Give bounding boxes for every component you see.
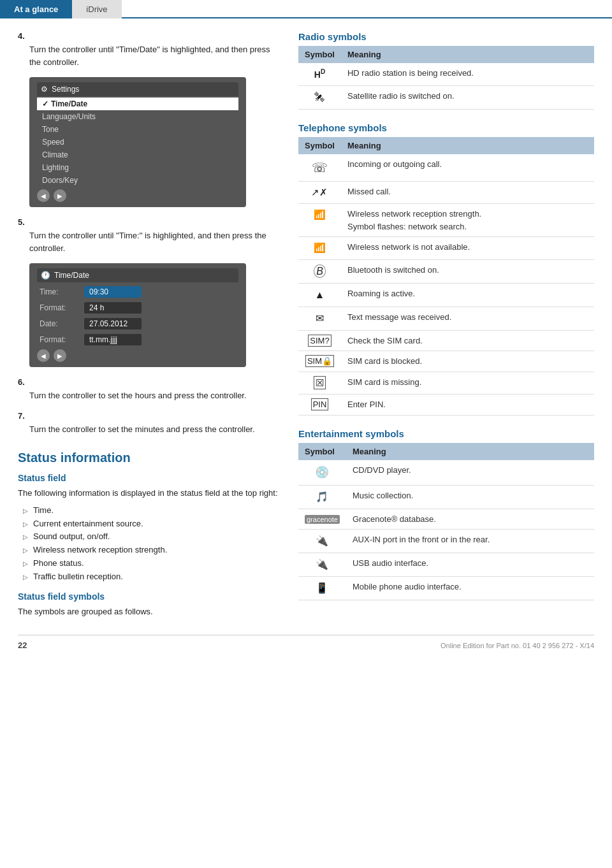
table-row: 💿 CD/DVD player. xyxy=(298,460,594,486)
radio-meaning-hd: HD radio station is being received. xyxy=(341,63,594,85)
table-row: 📶 Wireless network is not available. xyxy=(298,237,594,260)
menu-item-doors: Doors/Key xyxy=(37,174,238,187)
table-row: 🔌 USB audio interface. xyxy=(298,553,594,577)
status-field-bullets: Time. Current entertainment source. Soun… xyxy=(23,504,279,584)
table-row: ↗✗ Missed call. xyxy=(298,181,594,204)
ent-meaning-cd: CD/DVD player. xyxy=(346,460,594,486)
timedate-row-format1: Format: 24 h xyxy=(37,301,238,315)
tel-meaning-call: Incoming or outgoing call. xyxy=(341,154,594,182)
bullet-sound: Sound output, on/off. xyxy=(23,530,279,544)
timedate-label-format1: Format: xyxy=(40,303,84,312)
entertainment-symbols-table: Symbol Meaning 💿 CD/DVD player. 🎵 xyxy=(298,443,594,601)
tel-symbol-sim-blocked: SIM🔒 xyxy=(298,351,341,372)
tel-symbol-pin: PIN xyxy=(298,394,341,416)
timedate-value-time: 09:30 xyxy=(84,286,142,298)
bullet-traffic: Traffic bulletin reception. xyxy=(23,570,279,584)
bullet-entertainment: Current entertainment source. xyxy=(23,517,279,531)
menu-item-timedate-selected: ✓ Time/Date xyxy=(37,98,238,110)
tel-symbol-signal: 📶 xyxy=(298,204,341,237)
menu-item-lighting: Lighting xyxy=(37,161,238,174)
step-7-number: 7. xyxy=(18,411,279,421)
ent-meaning-gracenote: Gracenote® database. xyxy=(346,509,594,530)
tel-meaning-roam: Roaming is active. xyxy=(341,283,594,307)
screen-nav-arrows: ◀ ▶ xyxy=(37,189,238,202)
table-row: 🔌 AUX-IN port in the front or in the rea… xyxy=(298,530,594,553)
ent-col-symbol: Symbol xyxy=(298,443,346,460)
step-7-text: Turn the controller to set the minutes a… xyxy=(29,423,279,436)
tel-meaning-missed: Missed call. xyxy=(341,181,594,204)
tel-symbol-no-signal: 📶 xyxy=(298,237,341,260)
radio-symbol-hd: HD xyxy=(298,63,341,85)
radio-meaning-sat: Satellite radio is switched on. xyxy=(341,85,594,109)
step-7: 7. Turn the controller to set the minute… xyxy=(18,411,279,436)
menu-item-speed: Speed xyxy=(37,136,238,148)
timedate-screen-nav: ◀ ▶ xyxy=(37,349,238,362)
page-number: 22 xyxy=(18,640,27,650)
step-4-text: Turn the controller until "Time/Date" is… xyxy=(29,43,279,68)
table-row: 📱 Mobile phone audio interface. xyxy=(298,577,594,600)
step-5-text: Turn the controller until "Time:" is hig… xyxy=(29,229,279,254)
tel-symbol-bt: B xyxy=(298,259,341,283)
tel-meaning-sms: Text message was received. xyxy=(341,307,594,330)
table-row: ☏ Incoming or outgoing call. xyxy=(298,154,594,182)
timedate-nav-right: ▶ xyxy=(54,349,66,362)
ent-symbol-usb: 🔌 xyxy=(298,553,346,577)
entertainment-symbols-heading: Entertainment symbols xyxy=(298,428,594,439)
radio-col-symbol: Symbol xyxy=(298,46,341,63)
settings-screen-mockup: ⚙ Settings ✓ Time/Date Language/Units To… xyxy=(29,77,246,207)
status-field-symbols-subheading: Status field symbols xyxy=(18,591,279,602)
menu-item-tone: Tone xyxy=(37,123,238,136)
tab-divider xyxy=(122,17,612,18)
telephone-symbols-heading: Telephone symbols xyxy=(298,122,594,133)
step-4: 4. Turn the controller until "Time/Date"… xyxy=(18,31,279,68)
timedate-row-time: Time: 09:30 xyxy=(37,285,238,299)
ent-symbol-mobile: 📱 xyxy=(298,577,346,600)
settings-screen-title: ⚙ Settings xyxy=(37,82,238,96)
tel-col-symbol: Symbol xyxy=(298,137,341,154)
tel-meaning-no-signal: Wireless network is not available. xyxy=(341,237,594,260)
table-row: SIM? Check the SIM card. xyxy=(298,330,594,351)
tel-meaning-bt: Bluetooth is switched on. xyxy=(341,259,594,283)
step-5-number: 5. xyxy=(18,217,279,227)
ent-symbol-music: 🎵 xyxy=(298,485,346,509)
tab-at-a-glance[interactable]: At a glance xyxy=(0,0,72,18)
ent-meaning-aux: AUX-IN port in the front or in the rear. xyxy=(346,530,594,553)
table-row: 📶 Wireless network reception strength.Sy… xyxy=(298,204,594,237)
tel-symbol-sim-missing: ☒ xyxy=(298,372,341,394)
table-row: ☒ SIM card is missing. xyxy=(298,372,594,394)
timedate-icon: 🕐 xyxy=(41,271,50,280)
tab-idrive[interactable]: iDrive xyxy=(72,0,121,18)
tel-symbol-call: ☏ xyxy=(298,154,341,182)
timedate-value-format2: tt.mm.jjjj xyxy=(84,334,142,345)
radio-col-meaning: Meaning xyxy=(341,46,594,63)
bullet-phone: Phone status. xyxy=(23,557,279,570)
tel-meaning-sim-blocked: SIM card is blocked. xyxy=(341,351,594,372)
timedate-row-format2: Format: tt.mm.jjjj xyxy=(37,333,238,347)
status-field-symbols-body: The symbols are grouped as follows. xyxy=(18,605,279,619)
right-column: Radio symbols Symbol Meaning HD HD radio… xyxy=(298,31,594,622)
timedate-label-time: Time: xyxy=(40,287,84,296)
table-row: 🛰 Satellite radio is switched on. xyxy=(298,85,594,109)
timedate-value-date: 27.05.2012 xyxy=(84,318,142,329)
tel-symbol-sim-check: SIM? xyxy=(298,330,341,351)
table-row: 🎵 Music collection. xyxy=(298,485,594,509)
bullet-time: Time. xyxy=(23,504,279,517)
step-4-number: 4. xyxy=(18,31,279,41)
step-6: 6. Turn the controller to set the hours … xyxy=(18,377,279,402)
ent-symbol-gracenote: gracenote xyxy=(298,509,346,530)
tel-symbol-missed: ↗✗ xyxy=(298,181,341,204)
table-row: SIM🔒 SIM card is blocked. xyxy=(298,351,594,372)
tel-meaning-pin: Enter PIN. xyxy=(341,394,594,416)
checkmark-icon: ✓ xyxy=(42,99,48,108)
radio-symbol-sat: 🛰 xyxy=(298,85,341,109)
timedate-nav-left: ◀ xyxy=(37,349,50,362)
bullet-wireless: Wireless network reception strength. xyxy=(23,544,279,557)
step-6-number: 6. xyxy=(18,377,279,387)
ent-meaning-usb: USB audio interface. xyxy=(346,553,594,577)
menu-item-climate: Climate xyxy=(37,148,238,161)
ent-meaning-music: Music collection. xyxy=(346,485,594,509)
settings-gear-icon: ⚙ xyxy=(41,85,48,94)
step-6-text: Turn the controller to set the hours and… xyxy=(29,389,279,402)
status-information-heading: Status information xyxy=(18,451,279,465)
table-row: gracenote Gracenote® database. xyxy=(298,509,594,530)
